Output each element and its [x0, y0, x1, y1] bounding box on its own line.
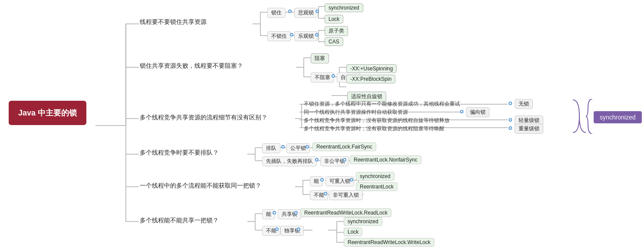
b1-dot3 — [290, 33, 293, 36]
b1-atomic: 原子类 — [325, 26, 348, 36]
b5-sync: synchronized — [356, 172, 394, 181]
synchronized-right-label: synchronized — [594, 111, 642, 123]
b6-writelock: ReentrantReadWriteLock.WriteLock — [344, 238, 434, 247]
b4-nonfairsync: ReentrantLock.NonfairSync — [350, 155, 421, 164]
b1-pessimistic: 悲观锁 — [294, 8, 318, 18]
mind-map: Java 中主要的锁 线程要不要锁住共享资源 锁住 悲观锁 synchroniz… — [0, 0, 644, 251]
branch3-label: 多个线程竞争共享资源的流程细节有没有区别？ — [140, 114, 267, 122]
b6-dot2 — [294, 211, 298, 215]
branch2-label: 锁住共享资源失败，线程要不要阻塞？ — [140, 62, 243, 70]
b5-nonreentrant: 非可重入锁 — [329, 190, 363, 200]
b3-dot2 — [460, 110, 463, 113]
b5-dot2 — [350, 178, 353, 182]
branch6-label: 多个线程能不能共享一把锁？ — [140, 217, 219, 225]
b3-desc4: 多个线程竞争共享资源时，没有获取资源的线程阻塞等待唤醒 — [304, 125, 444, 132]
b6-readlock: ReentrantReadWriteLock.ReadLock — [300, 208, 391, 217]
b6-sync: synchronized — [344, 217, 382, 226]
b5-reentrant-lock: ReentrantLock — [356, 182, 398, 191]
b3-desc3: 多个线程竞争共享资源时，没有获取资源的线程自旋等待锁释放 — [304, 117, 450, 124]
b1-dot4 — [315, 33, 319, 36]
b2-noblock: 不阻塞 — [311, 73, 334, 83]
b1-nolock: 不锁住 — [267, 31, 291, 41]
b1-cas: CAS — [325, 37, 343, 46]
b6-dot1 — [273, 211, 276, 215]
b3-desc1: 不锁住资源，多个线程中只有一个能修改资源成功，其他线程会重试 — [304, 100, 460, 108]
b5-dot1 — [320, 178, 324, 182]
b1-dot2 — [315, 10, 319, 13]
b1-dot1 — [288, 10, 292, 13]
b6-dot4 — [297, 228, 300, 231]
branch4-label: 多个线程竞争时要不要排队？ — [140, 149, 219, 157]
b4-dot4 — [343, 158, 346, 162]
b1-lock: 锁住 — [267, 8, 286, 18]
b2-usespinning: -XX:+UseSpinning — [346, 64, 397, 73]
b4-dot1 — [281, 145, 285, 149]
b1-lock-box: Lock — [325, 15, 343, 23]
b2-preblockspin: -XX:PreBlockSpin — [346, 75, 395, 83]
b1-optimistic: 乐观锁 — [294, 31, 318, 41]
b3-nolock-label: 无锁 — [515, 99, 533, 109]
b4-nonfair-text: 先插队，失败再排队 — [262, 156, 317, 166]
b4-dot3 — [315, 158, 319, 162]
b3-desc2: 同一个线程执行共享资源操作时自动获取资源 — [304, 109, 408, 116]
b6-shared: 共享锁 — [278, 209, 301, 219]
b3-heavyweight-label: 重量级锁 — [515, 124, 543, 134]
b3-dot4 — [509, 126, 512, 130]
b6-lock: Lock — [344, 228, 362, 236]
b6-dot3 — [275, 228, 279, 231]
b4-queue: 排队 — [262, 143, 280, 153]
b4-fairsync: ReentrantLock.FairSync — [312, 142, 376, 151]
b3-biased-label: 偏向锁 — [466, 107, 490, 117]
b5-dot3 — [324, 192, 327, 195]
b2-dot1 — [332, 74, 335, 78]
branch5-label: 一个线程中的多个流程能不能获取同一把锁？ — [140, 182, 261, 190]
b4-dot2 — [306, 145, 309, 149]
branch1-label: 线程要不要锁住共享资源 — [140, 18, 207, 26]
b3-dot1 — [509, 102, 512, 105]
b2-block: 阻塞 — [311, 53, 329, 63]
center-node: Java 中主要的锁 — [9, 101, 86, 125]
b3-dot3 — [509, 118, 512, 122]
b5-reentrant: 可重入锁 — [325, 176, 354, 186]
b1-synchronized: synchronized — [325, 3, 363, 12]
b6-exclusive: 独享锁 — [280, 226, 304, 236]
